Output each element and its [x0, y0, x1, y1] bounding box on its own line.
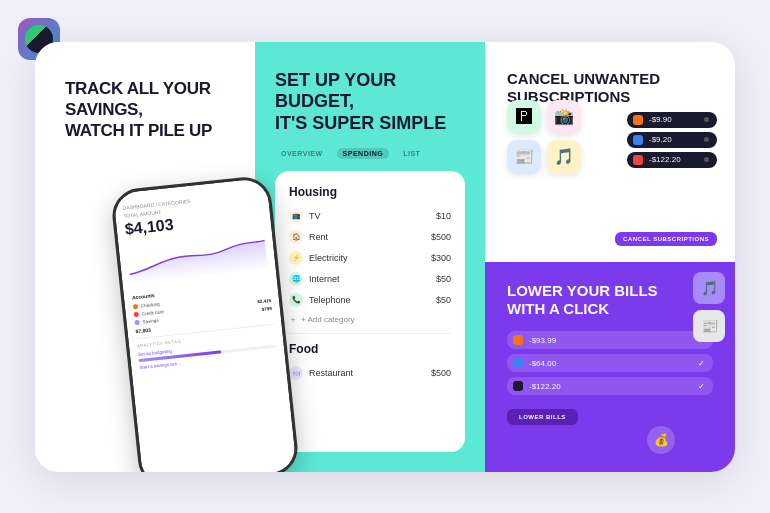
account-name-checking: Checking	[141, 301, 160, 308]
tab-list[interactable]: LIST	[397, 148, 426, 159]
main-card: TRACK ALL YOUR SAVINGS, WATCH IT PILE UP…	[35, 42, 735, 472]
bill-item-2: -$64.00 ✓	[507, 354, 713, 372]
sub-item-2: -$9.20	[627, 132, 717, 148]
sub-item-3: -$122.20	[627, 152, 717, 168]
sub-item-dot-2	[633, 135, 643, 145]
budget-row-restaurant: 🍽 Restaurant $500	[289, 366, 451, 380]
bill-dot-2	[513, 358, 523, 368]
sub-item-amount-1: -$9.90	[649, 115, 698, 124]
budget-icon-restaurant: 🍽	[289, 366, 303, 380]
budget-amount-rent: $500	[431, 232, 451, 242]
account-name-credit: Credit card	[142, 309, 164, 316]
bill-amount-3: -$122.20	[529, 382, 692, 391]
phone-mockup: DASHBOARD / CATEGORIES TOTAL AMOUNT $4,1…	[110, 174, 300, 472]
budget-amount-restaurant: $500	[431, 368, 451, 378]
budget-row-rent: 🏠 Rent $500	[289, 230, 451, 244]
bill-amount-2: -$64.00	[529, 359, 692, 368]
panel-right-top: CANCEL UNWANTED SUBSCRIPTIONS 🅿 📸 📰 🎵 -$…	[485, 42, 735, 262]
bill-dot-3	[513, 381, 523, 391]
budget-label-electricity: Electricity	[309, 253, 348, 263]
budget-icon-internet: 🌐	[289, 272, 303, 286]
panel-right-bottom: LOWER YOUR BILLS WITH A CLICK -$93.99 ✓ …	[485, 262, 735, 472]
sub-item-amount-2: -$9.20	[649, 135, 698, 144]
add-category-button[interactable]: ＋ + Add category	[289, 314, 451, 325]
budget-section-food: Food	[289, 342, 451, 356]
sub-item-amount-3: -$122.20	[649, 155, 698, 164]
budget-label-telephone: Telephone	[309, 295, 351, 305]
scattered-icons: 🅿 📸 📰 🎵	[507, 100, 597, 174]
budget-icon-tv: 📺	[289, 209, 303, 223]
sub-item-end-2	[704, 137, 709, 142]
budget-row-telephone: 📞 Telephone $50	[289, 293, 451, 307]
sub-item-1: -$9.90	[627, 112, 717, 128]
account-name-savings: Savings	[142, 317, 158, 324]
floating-icon-2: 📰	[693, 310, 725, 342]
budget-icon-rent: 🏠	[289, 230, 303, 244]
sub-item-end-1	[704, 117, 709, 122]
budget-amount-internet: $50	[436, 274, 451, 284]
bills-list: -$93.99 ✓ -$64.00 ✓ -$122.20 ✓	[507, 331, 713, 395]
account-val-savings: $799	[262, 305, 272, 311]
bill-check-3: ✓	[698, 382, 705, 391]
budget-label-rent: Rent	[309, 232, 328, 242]
lower-bills-button[interactable]: LOWER BILLS	[507, 409, 578, 425]
center-tabs: OVERVIEW SPENDING LIST	[275, 148, 465, 159]
sub-item-dot-1	[633, 115, 643, 125]
budget-section-housing: Housing	[289, 185, 451, 199]
sub-app-icon-3: 📰	[507, 140, 541, 174]
sub-item-dot-3	[633, 155, 643, 165]
panel-right: CANCEL UNWANTED SUBSCRIPTIONS 🅿 📸 📰 🎵 -$…	[485, 42, 735, 472]
center-title: SET UP YOUR BUDGET, IT'S SUPER SIMPLE	[275, 70, 465, 135]
floating-icons: 🎵 📰	[693, 272, 725, 342]
bill-item-3: -$122.20 ✓	[507, 377, 713, 395]
sub-app-icon-1: 🅿	[507, 100, 541, 134]
budget-row-tv: 📺 TV $10	[289, 209, 451, 223]
bill-check-2: ✓	[698, 359, 705, 368]
account-total: $7,803	[135, 326, 151, 334]
sub-item-end-3	[704, 157, 709, 162]
tab-spending[interactable]: SPENDING	[337, 148, 390, 159]
account-val-credit: $2,415	[257, 297, 271, 303]
budget-icon-electricity: ⚡	[289, 251, 303, 265]
bill-dot-1	[513, 335, 523, 345]
floating-coin-icon: 💰	[647, 426, 675, 454]
budget-amount-electricity: $300	[431, 253, 451, 263]
bill-item-1: -$93.99 ✓	[507, 331, 713, 349]
budget-label-restaurant: Restaurant	[309, 368, 353, 378]
cancel-subscriptions-button[interactable]: CANCEL SUBSCRIPTIONS	[615, 232, 717, 246]
left-panel-title: TRACK ALL YOUR SAVINGS, WATCH IT PILE UP	[65, 78, 235, 142]
budget-label-internet: Internet	[309, 274, 340, 284]
floating-icon-1: 🎵	[693, 272, 725, 304]
budget-amount-telephone: $50	[436, 295, 451, 305]
budget-card: Housing 📺 TV $10 🏠 Rent $500 ⚡ Electrici…	[275, 171, 465, 451]
budget-amount-tv: $10	[436, 211, 451, 221]
budget-icon-telephone: 📞	[289, 293, 303, 307]
budget-divider	[289, 333, 451, 334]
phone-chart	[126, 230, 267, 284]
sub-app-icon-2: 📸	[547, 100, 581, 134]
tab-overview[interactable]: OVERVIEW	[275, 148, 329, 159]
panel-left: TRACK ALL YOUR SAVINGS, WATCH IT PILE UP…	[35, 42, 255, 472]
right-bottom-title: LOWER YOUR BILLS WITH A CLICK	[507, 282, 713, 320]
subscription-list: -$9.90 -$9.20 -$122.20	[627, 112, 717, 168]
bill-amount-1: -$93.99	[529, 336, 692, 345]
budget-row-electricity: ⚡ Electricity $300	[289, 251, 451, 265]
budget-label-tv: TV	[309, 211, 321, 221]
sub-app-icon-4: 🎵	[547, 140, 581, 174]
phone-screen: DASHBOARD / CATEGORIES TOTAL AMOUNT $4,1…	[113, 177, 297, 471]
budget-row-internet: 🌐 Internet $50	[289, 272, 451, 286]
